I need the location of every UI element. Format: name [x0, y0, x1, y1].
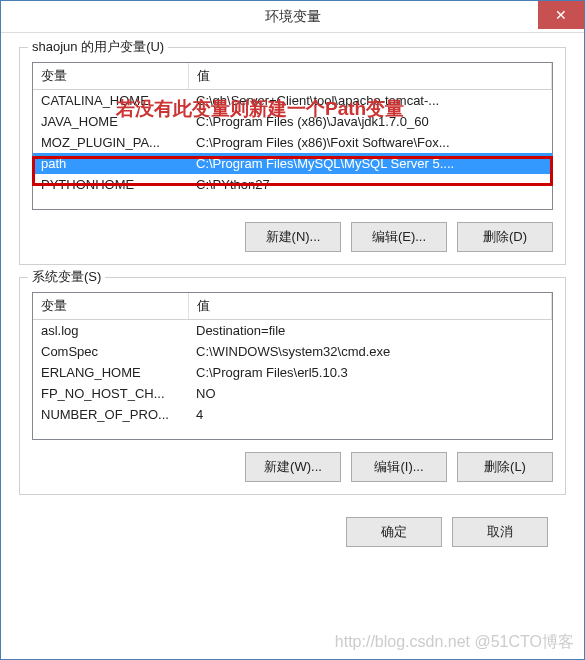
user-vars-label: shaojun 的用户变量(U): [28, 38, 168, 56]
table-row-selected[interactable]: path C:\Program Files\MySQL\MySQL Server…: [33, 153, 552, 174]
user-vars-group: shaojun 的用户变量(U) 若没有此变量则新建一个Path变量 变量 值 …: [19, 47, 566, 265]
ok-button[interactable]: 确定: [346, 517, 442, 547]
user-header-val[interactable]: 值: [188, 63, 552, 90]
env-vars-dialog: 环境变量 ✕ shaojun 的用户变量(U) 若没有此变量则新建一个Path变…: [0, 0, 585, 660]
system-header-var[interactable]: 变量: [33, 293, 188, 320]
cancel-button[interactable]: 取消: [452, 517, 548, 547]
table-row[interactable]: NUMBER_OF_PRO... 4: [33, 404, 552, 425]
dialog-content: shaojun 的用户变量(U) 若没有此变量则新建一个Path变量 变量 值 …: [1, 33, 584, 659]
user-header-var[interactable]: 变量: [33, 63, 188, 90]
table-row[interactable]: PYTHONHOME C:\PYthon27: [33, 174, 552, 195]
system-vars-group: 系统变量(S) 变量 值 asl.log Destination=file: [19, 277, 566, 495]
user-vars-buttons: 新建(N)... 编辑(E)... 删除(D): [32, 222, 553, 252]
close-icon: ✕: [555, 7, 567, 23]
table-row[interactable]: FP_NO_HOST_CH... NO: [33, 383, 552, 404]
system-edit-button[interactable]: 编辑(I)...: [351, 452, 447, 482]
user-delete-button[interactable]: 删除(D): [457, 222, 553, 252]
table-row[interactable]: CATALINA_HOME C:\gh\Server+Client\tool\a…: [33, 90, 552, 112]
system-vars-buttons: 新建(W)... 编辑(I)... 删除(L): [32, 452, 553, 482]
table-row[interactable]: MOZ_PLUGIN_PA... C:\Program Files (x86)\…: [33, 132, 552, 153]
system-new-button[interactable]: 新建(W)...: [245, 452, 341, 482]
table-row[interactable]: ERLANG_HOME C:\Program Files\erl5.10.3: [33, 362, 552, 383]
table-row[interactable]: asl.log Destination=file: [33, 320, 552, 342]
table-row[interactable]: JAVA_HOME C:\Program Files (x86)\Java\jd…: [33, 111, 552, 132]
system-header-val[interactable]: 值: [188, 293, 552, 320]
user-new-button[interactable]: 新建(N)...: [245, 222, 341, 252]
table-row[interactable]: ComSpec C:\WINDOWS\system32\cmd.exe: [33, 341, 552, 362]
user-vars-table-wrap[interactable]: 变量 值 CATALINA_HOME C:\gh\Server+Client\t…: [32, 62, 553, 210]
user-edit-button[interactable]: 编辑(E)...: [351, 222, 447, 252]
titlebar: 环境变量 ✕: [1, 1, 584, 33]
system-vars-label: 系统变量(S): [28, 268, 105, 286]
system-vars-table-wrap[interactable]: 变量 值 asl.log Destination=file ComSpec C:…: [32, 292, 553, 440]
close-button[interactable]: ✕: [538, 1, 584, 29]
watermark: http://blog.csdn.net @51CTO博客: [101, 632, 574, 653]
user-vars-table: 变量 值 CATALINA_HOME C:\gh\Server+Client\t…: [33, 63, 552, 195]
system-vars-table: 变量 值 asl.log Destination=file ComSpec C:…: [33, 293, 552, 425]
system-delete-button[interactable]: 删除(L): [457, 452, 553, 482]
dialog-footer: 确定 取消: [19, 507, 566, 561]
dialog-title: 环境变量: [265, 8, 321, 26]
